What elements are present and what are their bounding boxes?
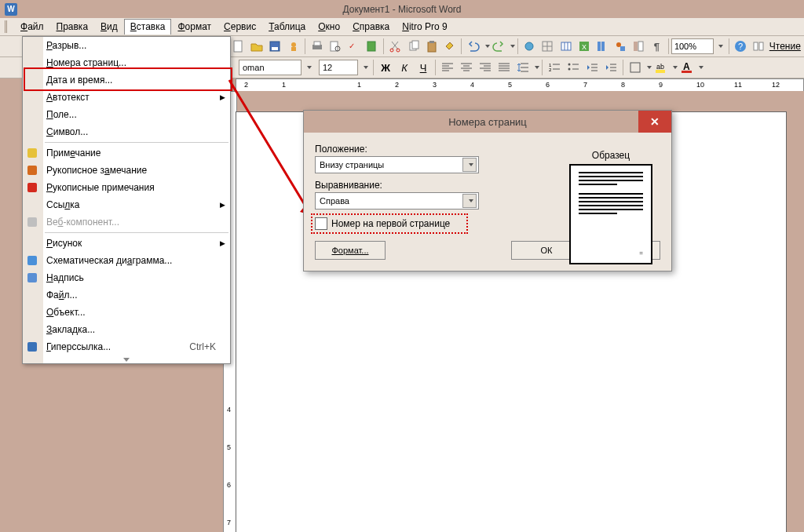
size-dd-icon[interactable] (359, 59, 370, 76)
svg-rect-0 (234, 41, 242, 52)
grip-handle (5, 20, 12, 33)
align-center-icon[interactable] (458, 59, 475, 76)
svg-point-17 (525, 42, 533, 50)
hl-dd-icon[interactable] (673, 66, 678, 69)
app-icon: W (5, 3, 17, 16)
font-combo[interactable]: oman (239, 60, 302, 75)
underline-icon[interactable]: Ч (415, 59, 432, 76)
copy-icon[interactable] (405, 38, 422, 55)
fc-dd-icon[interactable] (699, 66, 704, 69)
menu-вставка[interactable]: Вставка (124, 19, 172, 35)
align-justify-icon[interactable] (495, 59, 513, 76)
open-icon[interactable] (249, 38, 265, 55)
increase-indent-icon[interactable] (602, 59, 619, 76)
svg-rect-26 (598, 42, 601, 51)
permission-icon[interactable] (285, 38, 302, 55)
research-icon[interactable] (364, 38, 380, 55)
insert-table-icon[interactable] (557, 38, 574, 55)
svg-rect-16 (429, 41, 434, 43)
bullets-icon[interactable] (565, 59, 582, 76)
hyperlink-icon[interactable] (521, 38, 538, 55)
print-icon[interactable] (309, 38, 325, 55)
svg-text:X: X (582, 43, 587, 51)
svg-rect-69 (630, 63, 640, 72)
svg-text:A: A (683, 61, 690, 72)
svg-text:ab: ab (656, 63, 664, 71)
svg-text:?: ? (738, 42, 743, 51)
read-label[interactable]: Чтение (769, 41, 801, 52)
redo-icon[interactable] (491, 38, 507, 55)
menuitem[interactable]: Дата и время... (23, 71, 230, 89)
title-text: Документ1 - Microsoft Word (342, 4, 461, 15)
decrease-indent-icon[interactable] (583, 59, 601, 76)
tables-borders-icon[interactable] (539, 38, 556, 55)
menu-вид[interactable]: Вид (94, 19, 124, 35)
zoom-value: 100% (674, 42, 696, 51)
zoom-combo[interactable]: 100% (671, 38, 714, 54)
redo-dd-icon[interactable] (510, 45, 515, 48)
read-mode-icon[interactable] (751, 38, 767, 55)
excel-icon[interactable]: X (576, 38, 592, 55)
menu-формат[interactable]: Формат (171, 19, 217, 35)
svg-rect-14 (412, 41, 418, 49)
menuitem[interactable]: Автотекст▶ (23, 89, 230, 93)
svg-point-59 (568, 64, 571, 66)
menubar: ФайлПравкаВидВставкаФорматСервисТаблицаО… (0, 18, 804, 36)
menu-правка[interactable]: Правка (50, 19, 95, 35)
svg-rect-34 (754, 42, 758, 50)
help-icon[interactable]: ? (732, 38, 748, 55)
format-painter-icon[interactable] (441, 38, 458, 55)
menu-сервис[interactable]: Сервис (217, 19, 262, 35)
spellcheck-icon[interactable]: ✓ (345, 38, 362, 55)
svg-rect-15 (428, 42, 436, 52)
save-icon[interactable] (267, 38, 283, 55)
spacing-dd-icon[interactable] (535, 66, 539, 69)
align-right-icon[interactable] (477, 59, 494, 76)
line-spacing-icon[interactable] (514, 59, 532, 76)
svg-rect-71 (656, 70, 665, 73)
svg-point-60 (568, 68, 571, 71)
italic-icon[interactable]: К (396, 59, 413, 76)
titlebar: W Документ1 - Microsoft Word (0, 0, 804, 18)
svg-rect-21 (561, 42, 571, 50)
undo-icon[interactable] (465, 38, 481, 55)
menu-справка[interactable]: Справка (346, 19, 396, 35)
docmap-icon[interactable] (630, 38, 647, 55)
svg-rect-10 (367, 42, 375, 51)
print-preview-icon[interactable] (327, 38, 343, 55)
paste-icon[interactable] (423, 38, 440, 55)
font-dd-icon[interactable] (302, 59, 313, 76)
svg-rect-6 (314, 42, 320, 46)
font-color-icon[interactable]: A (678, 59, 696, 76)
columns-icon[interactable] (594, 38, 610, 55)
svg-rect-35 (759, 42, 763, 50)
align-left-icon[interactable] (439, 59, 456, 76)
drawing-icon[interactable] (612, 38, 628, 55)
svg-rect-4 (291, 47, 296, 51)
borders-dd-icon[interactable] (647, 66, 652, 69)
menuitem[interactable]: Номера страниц... (23, 54, 230, 71)
menu-окно[interactable]: Окно (312, 19, 346, 35)
menu-nitro pro 9[interactable]: Nitro Pro 9 (396, 19, 453, 35)
svg-rect-73 (682, 71, 692, 73)
menu-таблица[interactable]: Таблица (262, 19, 312, 35)
font-value: oman (243, 63, 265, 72)
new-file-icon[interactable] (231, 38, 247, 55)
svg-rect-29 (620, 46, 625, 51)
numbering-icon[interactable]: 12 (546, 59, 563, 76)
insert-menu-dropdown: Разрыв...Номера страниц...Дата и время..… (22, 36, 231, 93)
menu-файл[interactable]: Файл (14, 19, 50, 35)
highlight-icon[interactable]: ab (652, 59, 670, 76)
bold-icon[interactable]: Ж (377, 59, 394, 76)
svg-rect-31 (638, 42, 643, 51)
borders-icon[interactable] (627, 59, 644, 76)
zoom-dd-icon[interactable] (714, 38, 725, 55)
svg-point-3 (291, 42, 296, 47)
undo-dd-icon[interactable] (485, 45, 490, 48)
svg-text:✓: ✓ (349, 42, 355, 50)
size-combo[interactable]: 12 (319, 60, 358, 75)
show-formatting-icon[interactable]: ¶ (649, 38, 665, 55)
menuitem[interactable]: Разрыв... (23, 37, 230, 54)
cut-icon[interactable] (387, 38, 404, 55)
svg-rect-30 (634, 42, 638, 51)
